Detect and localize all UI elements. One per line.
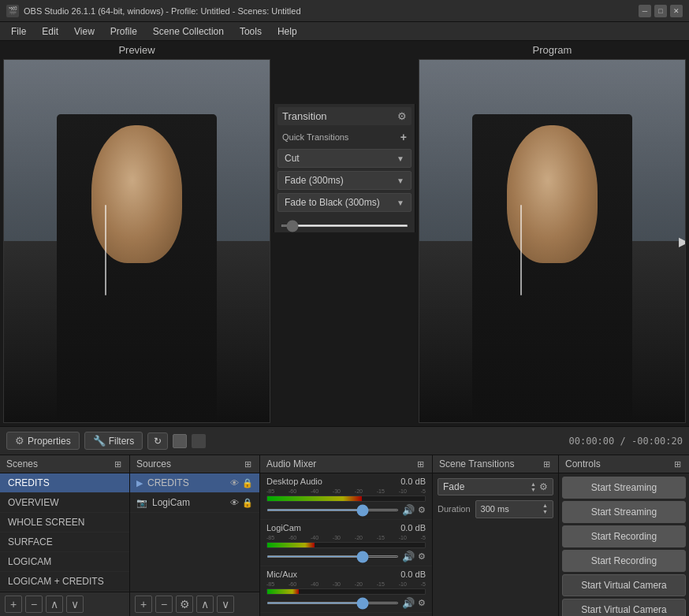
duration-spin-up[interactable]: ▲ [542,503,548,509]
audio-desktop-volume-slider[interactable] [266,509,399,511]
start-recording-button-2[interactable]: Start Recording [562,550,686,572]
scenes-down-button[interactable]: ∨ [66,596,84,613]
scenes-up-button[interactable]: ∧ [46,596,63,613]
audio-mic-db: 0.0 dB [400,570,426,579]
transition-title: Transition [282,110,327,122]
source-camera-icon: 📷 [136,498,147,508]
window-title: OBS Studio 26.1.1 (64-bit, windows) - Pr… [24,6,639,16]
audio-logicam-db: 0.0 dB [400,523,426,533]
start-streaming-button-2[interactable]: Start Streaming [562,501,686,523]
menu-view[interactable]: View [66,24,102,39]
sources-remove-button[interactable]: − [155,596,173,613]
bottom-area: ⚙ Properties 🔧 Filters ↻ 00:00:00 / -00:… [0,427,689,616]
transition-fade-black-label: Fade to Black (300ms) [285,197,380,208]
source-item-logicam[interactable]: 📷 LogiCam 👁 🔒 [130,493,259,513]
sources-header-actions: ⊞ [243,459,253,469]
properties-button[interactable]: ⚙ Properties [6,432,80,450]
scene-indicator[interactable] [192,434,206,448]
preview-screen-left[interactable] [3,59,270,423]
trans-arrow-down[interactable]: ▼ [531,487,536,492]
main-content: Preview Transition [0,41,689,616]
menu-help[interactable]: Help [270,24,305,39]
sources-settings-button[interactable]: ⚙ [176,596,193,613]
scenes-add-button[interactable]: + [5,596,22,613]
maximize-button[interactable]: □ [654,5,667,17]
transition-header: Transition ⚙ [277,107,412,125]
scene-transition-select[interactable]: Fade ▲ ▼ ⚙ [438,478,553,495]
scene-item-logicam[interactable]: LOGICAM [0,552,129,572]
controls-panel: Controls ⊞ Start Streaming Start Streami… [559,455,689,616]
minimize-button[interactable]: ─ [639,5,651,17]
audio-mic-volume-slider[interactable] [266,602,399,604]
scenes-lock-button[interactable]: ⊞ [113,459,123,469]
duration-label: Duration [438,504,471,514]
refresh-icon: ↻ [154,436,162,447]
properties-label: Properties [28,436,71,447]
sources-up-button[interactable]: ∧ [196,596,214,613]
audio-desktop-controls: 🔊 ⚙ [266,504,426,516]
audio-panel: Audio Mixer ⊞ Desktop Audio 0.0 dB -85-6… [260,455,433,616]
start-recording-button-1[interactable]: Start Recording [562,525,686,547]
trans-arrow-up[interactable]: ▲ [531,481,536,487]
start-virtual-camera-button-2[interactable]: Start Virtual Camera [562,599,686,616]
transition-cut[interactable]: Cut ▼ [277,149,412,168]
start-virtual-camera-button-1[interactable]: Start Virtual Camera [562,574,686,596]
stop-button[interactable] [173,434,187,448]
sources-down-button[interactable]: ∨ [217,596,234,613]
transition-fade[interactable]: Fade (300ms) ▼ [277,171,412,190]
source-item-credits[interactable]: ▶ CREDITS 👁 🔒 [130,473,259,493]
audio-logicam-scale: -85-60-40-30-20-15-10-5 [266,535,426,540]
toolbar-row: ⚙ Properties 🔧 Filters ↻ 00:00:00 / -00:… [0,427,689,455]
controls-options-button[interactable]: ⊞ [672,459,683,469]
audio-logicam-volume-slider[interactable] [266,555,399,558]
scene-item-surface[interactable]: SURFACE [0,533,129,552]
audio-mic-mute-icon[interactable]: 🔊 [402,597,415,609]
sources-footer: + − ⚙ ∧ ∨ [130,592,259,616]
audio-logicam-gear-icon[interactable]: ⚙ [418,551,426,562]
transition-slider[interactable] [281,225,408,227]
scene-transitions-header: Scene Transitions ⊞ [433,455,558,473]
sources-lock-button[interactable]: ⊞ [243,459,253,469]
menu-tools[interactable]: Tools [232,24,270,39]
scenes-remove-button[interactable]: − [25,596,43,613]
preview-screen-right[interactable]: ▶ [419,59,686,423]
start-streaming-button-1[interactable]: Start Streaming [562,477,686,499]
audio-desktop-mute-icon[interactable]: 🔊 [402,504,415,516]
audio-track-desktop-header: Desktop Audio 0.0 dB [266,477,426,486]
menu-profile[interactable]: Profile [102,24,145,39]
audio-logicam-controls: 🔊 ⚙ [266,551,426,562]
filters-button[interactable]: 🔧 Filters [84,432,143,450]
source-eye-icon[interactable]: 👁 [230,478,239,488]
scene-transition-gear-icon[interactable]: ⚙ [539,481,548,492]
duration-spin-down[interactable]: ▼ [542,509,548,515]
sources-add-button[interactable]: + [135,596,152,613]
scene-item-overview[interactable]: OVERVIEW [0,493,129,513]
preview-label-left: Preview [118,44,155,56]
source-lock-icon[interactable]: 🔒 [242,478,253,488]
transition-fade-black[interactable]: Fade to Black (300ms) ▼ [277,193,412,212]
close-button[interactable]: ✕ [670,5,683,17]
scene-item-whole-screen[interactable]: WHOLE SCREEN [0,513,129,533]
duration-input[interactable]: 300 ms ▲ ▼ [475,500,553,518]
audio-logicam-mute-icon[interactable]: 🔊 [402,551,415,562]
scene-transitions-actions: ⊞ [542,459,552,469]
audio-mic-gear-icon[interactable]: ⚙ [418,598,426,608]
scene-transitions-inner: Fade ▲ ▼ ⚙ Duration 300 ms ▲ [433,473,558,523]
quick-transitions-add-button[interactable]: + [400,131,407,143]
menu-edit[interactable]: Edit [34,24,66,39]
scene-transitions-options-button[interactable]: ⊞ [542,459,552,469]
menu-scene-collection[interactable]: Scene Collection [145,24,232,39]
audio-options-button[interactable]: ⊞ [415,459,426,469]
scene-item-logicam-credits[interactable]: LOGICAM + CREDITS [0,572,129,592]
camera-feed-right: ▶ [419,60,685,422]
audio-desktop-gear-icon[interactable]: ⚙ [418,505,426,515]
filters-label: Filters [109,436,135,447]
scene-item-credits[interactable]: CREDITS [0,473,129,493]
refresh-button[interactable]: ↻ [147,432,168,450]
audio-desktop-scale: -85-60-40-30-20-15-10-5 [266,488,426,494]
transition-gear-icon[interactable]: ⚙ [397,110,407,122]
transition-fade-black-chevron: ▼ [397,199,404,207]
source-logicam-lock-icon[interactable]: 🔒 [242,498,253,508]
menu-file[interactable]: File [3,24,34,39]
source-logicam-eye-icon[interactable]: 👁 [230,498,239,508]
